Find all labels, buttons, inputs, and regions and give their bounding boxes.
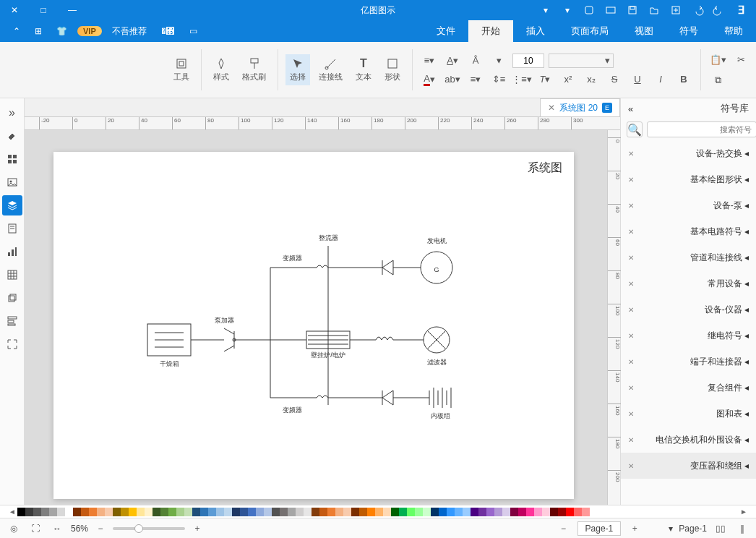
- color-swatch[interactable]: [160, 508, 168, 516]
- color-swatch[interactable]: [176, 508, 184, 516]
- left-collapse-button[interactable]: »: [2, 103, 22, 123]
- color-swatch[interactable]: [335, 508, 343, 516]
- tb-icon-folder[interactable]: [645, 2, 663, 18]
- color-swatch[interactable]: [49, 508, 57, 516]
- cut-button[interactable]: ✂: [731, 52, 750, 68]
- align-h-button[interactable]: ≡▾: [420, 53, 439, 69]
- color-swatch[interactable]: [582, 508, 590, 516]
- color-swatch[interactable]: [200, 508, 208, 516]
- symbol-category[interactable]: 常用设备 ◂✕: [621, 270, 756, 296]
- zoom-out-button[interactable]: −: [93, 521, 108, 537]
- tb-icon-save[interactable]: [623, 2, 642, 18]
- panel-collapse-icon[interactable]: «: [628, 103, 633, 114]
- color-swatch[interactable]: [216, 508, 224, 516]
- color-swatch[interactable]: [65, 508, 73, 516]
- color-swatch[interactable]: [256, 508, 264, 516]
- color-swatch[interactable]: [57, 508, 65, 516]
- color-swatch[interactable]: [502, 508, 510, 516]
- left-paint-icon[interactable]: [2, 126, 22, 146]
- color-swatch[interactable]: [574, 508, 582, 516]
- close-button[interactable]: ✕: [0, 0, 29, 20]
- color-swatch[interactable]: [73, 508, 81, 516]
- color-swatch[interactable]: [168, 508, 176, 516]
- font-color-button[interactable]: A▾: [420, 72, 439, 87]
- font-color2-button[interactable]: A▾: [443, 53, 462, 69]
- tb-icon-redo[interactable]: [710, 2, 729, 18]
- color-swatch[interactable]: [423, 508, 431, 516]
- menu-shirt-icon[interactable]: 👕: [52, 26, 72, 36]
- color-swatch[interactable]: [17, 508, 25, 516]
- color-swatch[interactable]: [447, 508, 455, 516]
- color-swatch[interactable]: [288, 508, 296, 516]
- font-size-inc-button[interactable]: Â: [466, 53, 485, 69]
- style-button[interactable]: 样式: [209, 54, 233, 85]
- left-page-icon[interactable]: [2, 218, 22, 239]
- symbol-category[interactable]: 电信交换机和外围设备 ◂✕: [621, 427, 756, 453]
- maximize-button[interactable]: □: [29, 0, 58, 20]
- left-fullscreen-icon[interactable]: [2, 334, 22, 354]
- color-swatch[interactable]: [296, 508, 304, 516]
- minimize-button[interactable]: —: [58, 0, 87, 20]
- color-swatch[interactable]: [113, 508, 121, 516]
- color-swatch[interactable]: [367, 508, 375, 516]
- color-swatch[interactable]: [240, 508, 248, 516]
- color-swatch[interactable]: [375, 508, 383, 516]
- canvas[interactable]: 系统图 G 发电机 变频器 整流器: [25, 130, 607, 505]
- italic-button[interactable]: I: [651, 72, 670, 87]
- strikethrough-button[interactable]: S: [605, 72, 624, 87]
- color-swatch[interactable]: [439, 508, 447, 516]
- menu-tab[interactable]: 帮助: [711, 20, 756, 42]
- color-swatch[interactable]: [224, 508, 232, 516]
- tools-button[interactable]: 工具: [169, 54, 194, 85]
- symbol-category[interactable]: 继电符号 ◂✕: [621, 323, 756, 349]
- color-swatch[interactable]: [383, 508, 391, 516]
- status-fullwidth-icon[interactable]: ↔: [49, 521, 65, 537]
- color-swatch[interactable]: [534, 508, 542, 516]
- color-swatch[interactable]: [248, 508, 256, 516]
- symbol-category[interactable]: 管道和连接线 ◂✕: [621, 244, 756, 270]
- status-target-icon[interactable]: ◎: [6, 521, 22, 537]
- font-size-input[interactable]: [512, 54, 544, 68]
- connector-tool-button[interactable]: 连接线: [314, 54, 347, 85]
- color-swatch[interactable]: [33, 508, 41, 516]
- color-swatch[interactable]: [407, 508, 415, 516]
- doc-tab-active[interactable]: ✕ 系统图 20 E: [540, 98, 620, 116]
- color-swatch[interactable]: [97, 508, 105, 516]
- color-swatch[interactable]: [463, 508, 471, 516]
- color-swatch[interactable]: [558, 508, 566, 516]
- color-swatch[interactable]: [391, 508, 399, 516]
- close-tab-icon[interactable]: ✕: [548, 103, 555, 113]
- bullets-button[interactable]: ⋮≡▾: [512, 72, 531, 87]
- left-table-icon[interactable]: [2, 265, 22, 285]
- color-swatch[interactable]: [471, 508, 478, 516]
- format-painter-button[interactable]: 格式刷: [238, 54, 270, 85]
- select-tool-button[interactable]: 选择: [285, 54, 310, 85]
- symbol-category[interactable]: 基本电路符号 ◂✕: [621, 218, 756, 244]
- color-swatch[interactable]: [351, 508, 359, 516]
- page-next-button[interactable]: +: [627, 521, 643, 537]
- shape-tool-button[interactable]: 形状: [380, 54, 405, 85]
- symbol-category[interactable]: 变压器和绕组 ◂✕: [621, 453, 756, 479]
- menu-tab[interactable]: 符号: [666, 20, 711, 42]
- left-3d-icon[interactable]: [2, 288, 22, 308]
- menu-text-1[interactable]: 不吾推荐: [108, 25, 151, 38]
- color-swatch[interactable]: [121, 508, 129, 516]
- left-task-icon[interactable]: [2, 311, 22, 331]
- color-swatch[interactable]: [455, 508, 463, 516]
- color-swatch[interactable]: [399, 508, 407, 516]
- symbol-search-input[interactable]: [647, 121, 756, 137]
- color-swatch[interactable]: [494, 508, 502, 516]
- color-swatch[interactable]: [192, 508, 200, 516]
- menu-tab[interactable]: 插入: [513, 20, 558, 42]
- symbol-category[interactable]: 图和表 ◂✕: [621, 401, 756, 427]
- status-layout-icon[interactable]: ▯▯: [713, 521, 729, 537]
- symbol-category[interactable]: 设备-泵 ◂✕: [621, 192, 756, 218]
- color-swatch[interactable]: [343, 508, 351, 516]
- color-swatch[interactable]: [566, 508, 574, 516]
- drawing-page[interactable]: 系统图 G 发电机 变频器 整流器: [53, 152, 574, 499]
- status-fit-icon[interactable]: ⛶: [27, 521, 43, 537]
- menu-doc-icon[interactable]: ▭: [185, 26, 202, 36]
- symbol-category[interactable]: 基本绘图形状 ◂✕: [621, 166, 756, 192]
- status-pause-icon[interactable]: ‖: [734, 521, 750, 537]
- color-swatch[interactable]: [542, 508, 550, 516]
